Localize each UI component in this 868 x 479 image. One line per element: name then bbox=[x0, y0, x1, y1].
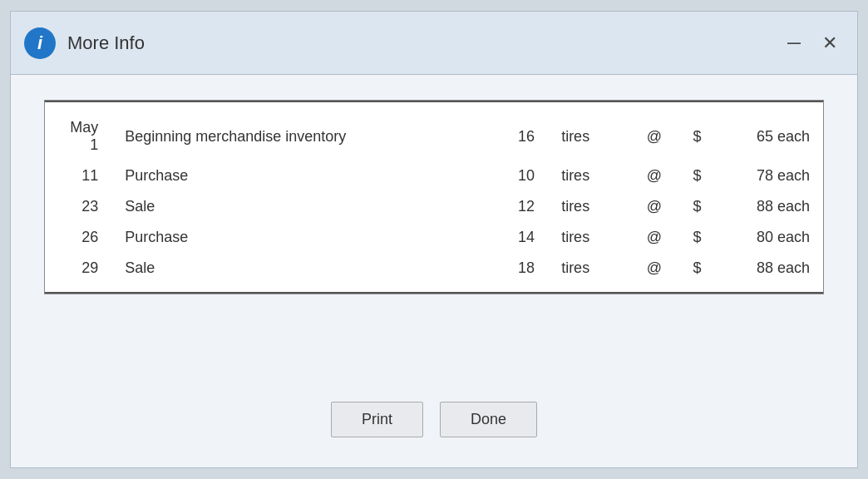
close-button[interactable]: ✕ bbox=[816, 31, 844, 56]
dialog-window: i More Info — ✕ May 1 Beginning merchand… bbox=[10, 11, 858, 468]
cell-unit: tires bbox=[548, 191, 629, 222]
data-table-container: May 1 Beginning merchandise inventory 16… bbox=[44, 100, 824, 294]
dialog-title: More Info bbox=[67, 32, 145, 54]
cell-day: 29 bbox=[45, 253, 111, 293]
cell-price: 80 each bbox=[722, 222, 823, 253]
cell-price: 65 each bbox=[722, 104, 823, 160]
cell-day: 23 bbox=[45, 191, 111, 222]
cell-qty: 18 bbox=[496, 253, 548, 293]
table-row: 23 Sale 12 tires @ $ 88 each bbox=[45, 191, 823, 222]
cell-at: @ bbox=[629, 191, 679, 222]
table-row: 11 Purchase 10 tires @ $ 78 each bbox=[45, 160, 823, 191]
cell-dollar: $ bbox=[679, 191, 722, 222]
cell-price: 78 each bbox=[722, 160, 823, 191]
cell-description: Purchase bbox=[111, 160, 496, 191]
cell-unit: tires bbox=[548, 222, 629, 253]
cell-unit: tires bbox=[548, 253, 629, 293]
cell-day: 26 bbox=[45, 222, 111, 253]
print-button[interactable]: Print bbox=[331, 402, 423, 437]
done-button[interactable]: Done bbox=[440, 402, 537, 437]
cell-qty: 16 bbox=[496, 104, 548, 160]
cell-qty: 10 bbox=[496, 160, 548, 191]
cell-at: @ bbox=[629, 253, 679, 293]
cell-unit: tires bbox=[548, 160, 629, 191]
title-controls: — ✕ bbox=[781, 31, 844, 56]
cell-description: Beginning merchandise inventory bbox=[111, 104, 496, 160]
table-row: May 1 Beginning merchandise inventory 16… bbox=[45, 104, 823, 160]
cell-description: Purchase bbox=[111, 222, 496, 253]
cell-dollar: $ bbox=[679, 160, 722, 191]
cell-at: @ bbox=[629, 160, 679, 191]
cell-dollar: $ bbox=[679, 222, 722, 253]
cell-price: 88 each bbox=[722, 191, 823, 222]
table-row: 29 Sale 18 tires @ $ 88 each bbox=[45, 253, 823, 293]
cell-qty: 14 bbox=[496, 222, 548, 253]
cell-dollar: $ bbox=[679, 253, 722, 293]
dialog-body: May 1 Beginning merchandise inventory 16… bbox=[11, 75, 857, 467]
cell-description: Sale bbox=[111, 191, 496, 222]
button-row: Print Done bbox=[331, 402, 537, 437]
minimize-button[interactable]: — bbox=[781, 33, 807, 53]
cell-at: @ bbox=[629, 222, 679, 253]
table-row: 26 Purchase 14 tires @ $ 80 each bbox=[45, 222, 823, 253]
title-left: i More Info bbox=[24, 27, 145, 59]
cell-dollar: $ bbox=[679, 104, 722, 160]
cell-description: Sale bbox=[111, 253, 496, 293]
cell-price: 88 each bbox=[722, 253, 823, 293]
cell-day: 11 bbox=[45, 160, 111, 191]
info-icon: i bbox=[24, 27, 56, 59]
inventory-table: May 1 Beginning merchandise inventory 16… bbox=[45, 101, 823, 294]
cell-unit: tires bbox=[548, 104, 629, 160]
cell-day: May 1 bbox=[45, 104, 111, 160]
cell-at: @ bbox=[629, 104, 679, 160]
title-bar: i More Info — ✕ bbox=[11, 12, 857, 75]
cell-qty: 12 bbox=[496, 191, 548, 222]
